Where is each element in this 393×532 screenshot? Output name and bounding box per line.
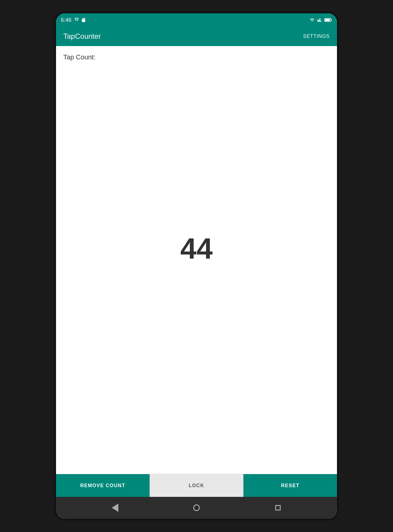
count-display[interactable]: 44: [63, 61, 330, 467]
signal-icon: [317, 18, 322, 22]
bottom-bar: REMOVE COUNT LOCK RESET: [56, 474, 337, 497]
home-button[interactable]: [190, 502, 203, 514]
recent-icon: [275, 505, 281, 510]
main-content[interactable]: Tap Count: 44: [56, 46, 337, 474]
count-value: 44: [180, 232, 213, 265]
wifi-icon: [309, 18, 315, 22]
status-icons: [74, 17, 86, 23]
sd-card-icon: [81, 17, 86, 23]
tablet-frame: 6:46: [54, 12, 339, 520]
reset-button[interactable]: RESET: [243, 474, 337, 497]
settings-button[interactable]: SETTINGS: [303, 34, 330, 39]
app-toolbar: TapCounter SETTINGS: [56, 27, 337, 46]
back-icon: [112, 504, 118, 512]
lock-button[interactable]: LOCK: [150, 474, 244, 497]
alarm-icon: [74, 17, 79, 23]
status-bar-left: 6:46: [61, 17, 86, 23]
tablet-screen: 6:46: [56, 13, 337, 519]
app-title: TapCounter: [63, 32, 101, 41]
status-time: 6:46: [61, 17, 71, 23]
svg-rect-1: [331, 19, 332, 21]
status-bar-right: [309, 18, 332, 22]
recent-button[interactable]: [272, 502, 284, 514]
back-button[interactable]: [109, 502, 121, 514]
battery-icon: [324, 18, 332, 22]
home-icon: [193, 504, 200, 511]
remove-count-button[interactable]: REMOVE COUNT: [56, 474, 150, 497]
tap-count-label: Tap Count:: [63, 53, 330, 61]
side-button[interactable]: [54, 257, 56, 275]
svg-rect-2: [325, 19, 330, 21]
nav-bar: [56, 497, 337, 519]
status-bar: 6:46: [56, 13, 337, 27]
